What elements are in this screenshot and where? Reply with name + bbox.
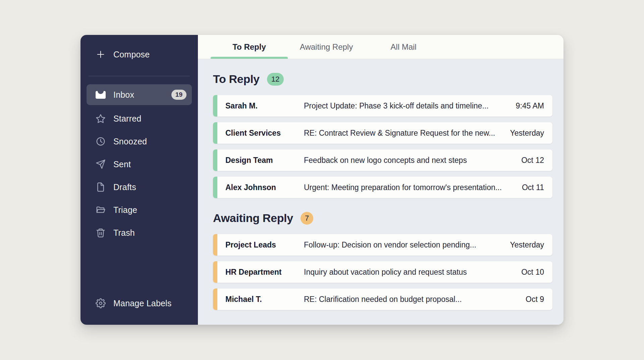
sidebar-item-label: Triage <box>113 205 137 215</box>
priority-accent-bar <box>213 95 217 117</box>
send-icon <box>95 159 106 170</box>
email-time: Yesterday <box>505 129 552 138</box>
tab-awaiting-reply[interactable]: Awaiting Reply <box>288 35 365 59</box>
manage-labels-button[interactable]: Manage Labels <box>87 294 192 313</box>
gear-icon <box>95 298 106 309</box>
sidebar: Compose Inbox 19 Starred Snoozed Sent <box>80 35 198 325</box>
priority-accent-bar <box>213 288 217 310</box>
email-subject: RE: Clarification needed on budget propo… <box>304 295 520 304</box>
priority-accent-bar <box>213 177 217 198</box>
email-row[interactable]: Project Leads Follow-up: Decision on ven… <box>213 234 552 256</box>
priority-accent-bar <box>213 234 217 256</box>
email-subject: Follow-up: Decision on vendor selection … <box>304 240 505 250</box>
section-header-to-reply: To Reply 12 <box>213 73 552 86</box>
main-panel: To Reply Awaiting Reply All Mail To Repl… <box>198 35 564 325</box>
sidebar-item-label: Sent <box>113 160 131 169</box>
to-reply-list: Sarah M. Project Update: Phase 3 kick-of… <box>213 95 552 198</box>
tab-label: To Reply <box>232 42 266 52</box>
email-sender: HR Department <box>217 268 304 277</box>
email-time: 9:45 AM <box>511 101 552 110</box>
email-time: Oct 10 <box>516 268 552 277</box>
tab-label: Awaiting Reply <box>300 42 353 52</box>
sidebar-item-label: Inbox <box>113 90 134 100</box>
sidebar-item-starred[interactable]: Starred <box>87 109 192 128</box>
email-sender: Alex Johnson <box>217 183 304 192</box>
priority-accent-bar <box>213 261 217 283</box>
sidebar-item-label: Starred <box>113 114 141 124</box>
file-icon <box>95 182 106 192</box>
email-row[interactable]: Michael T. RE: Clarification needed on b… <box>213 288 552 310</box>
email-time: Yesterday <box>505 240 552 250</box>
email-subject: Project Update: Phase 3 kick-off details… <box>304 101 511 110</box>
email-subject: Inquiry about vacation policy and reques… <box>304 268 516 277</box>
email-sender: Sarah M. <box>217 101 304 110</box>
section-title: Awaiting Reply <box>213 212 293 225</box>
inbox-count-badge: 19 <box>171 90 186 100</box>
email-subject: Feedback on new logo concepts and next s… <box>304 156 516 165</box>
email-sender: Design Team <box>217 156 304 165</box>
tab-all-mail[interactable]: All Mail <box>365 35 442 59</box>
section-header-awaiting-reply: Awaiting Reply 7 <box>213 212 552 225</box>
tab-bar: To Reply Awaiting Reply All Mail <box>198 35 564 59</box>
sidebar-divider <box>89 76 190 76</box>
email-list-content: To Reply 12 Sarah M. Project Update: Pha… <box>198 59 564 325</box>
email-row[interactable]: Client Services RE: Contract Review & Si… <box>213 122 552 144</box>
priority-accent-bar <box>213 149 217 171</box>
priority-accent-bar <box>213 122 217 144</box>
email-row[interactable]: Alex Johnson Urgent: Meeting preparation… <box>213 177 552 198</box>
email-time: Oct 11 <box>517 183 552 192</box>
sidebar-item-triage[interactable]: Triage <box>87 200 192 219</box>
sidebar-item-label: Trash <box>113 228 135 238</box>
email-row[interactable]: Design Team Feedback on new logo concept… <box>213 149 552 171</box>
sidebar-item-label: Drafts <box>113 182 136 192</box>
email-subject: Urgent: Meeting preparation for tomorrow… <box>304 183 517 192</box>
sidebar-item-snoozed[interactable]: Snoozed <box>87 132 192 151</box>
active-tab-underline <box>211 57 288 59</box>
email-time: Oct 12 <box>516 156 552 165</box>
clock-icon <box>95 136 106 147</box>
section-title: To Reply <box>213 73 260 86</box>
compose-button[interactable]: Compose <box>87 45 192 64</box>
email-row[interactable]: Sarah M. Project Update: Phase 3 kick-of… <box>213 95 552 117</box>
email-row[interactable]: HR Department Inquiry about vacation pol… <box>213 261 552 283</box>
folder-open-icon <box>95 205 106 215</box>
email-sender: Client Services <box>217 129 304 138</box>
star-icon <box>95 113 106 124</box>
section-count-badge: 12 <box>267 73 284 86</box>
manage-labels-label: Manage Labels <box>113 299 172 308</box>
trash-icon <box>95 227 106 238</box>
compose-label: Compose <box>113 50 150 59</box>
tab-label: All Mail <box>390 42 416 52</box>
sidebar-item-trash[interactable]: Trash <box>87 223 192 242</box>
mail-app-window: Compose Inbox 19 Starred Snoozed Sent <box>80 35 564 325</box>
tab-to-reply[interactable]: To Reply <box>211 35 288 59</box>
email-time: Oct 9 <box>520 295 552 304</box>
sidebar-item-drafts[interactable]: Drafts <box>87 178 192 196</box>
plus-icon <box>95 49 106 60</box>
email-sender: Project Leads <box>217 240 304 250</box>
sidebar-item-sent[interactable]: Sent <box>87 155 192 174</box>
inbox-icon <box>95 89 106 100</box>
section-count-badge: 7 <box>301 212 313 225</box>
email-subject: RE: Contract Review & Signature Request … <box>304 129 505 138</box>
sidebar-item-inbox[interactable]: Inbox 19 <box>87 84 192 105</box>
email-sender: Michael T. <box>217 295 304 304</box>
awaiting-reply-list: Project Leads Follow-up: Decision on ven… <box>213 234 552 310</box>
sidebar-item-label: Snoozed <box>113 137 147 146</box>
